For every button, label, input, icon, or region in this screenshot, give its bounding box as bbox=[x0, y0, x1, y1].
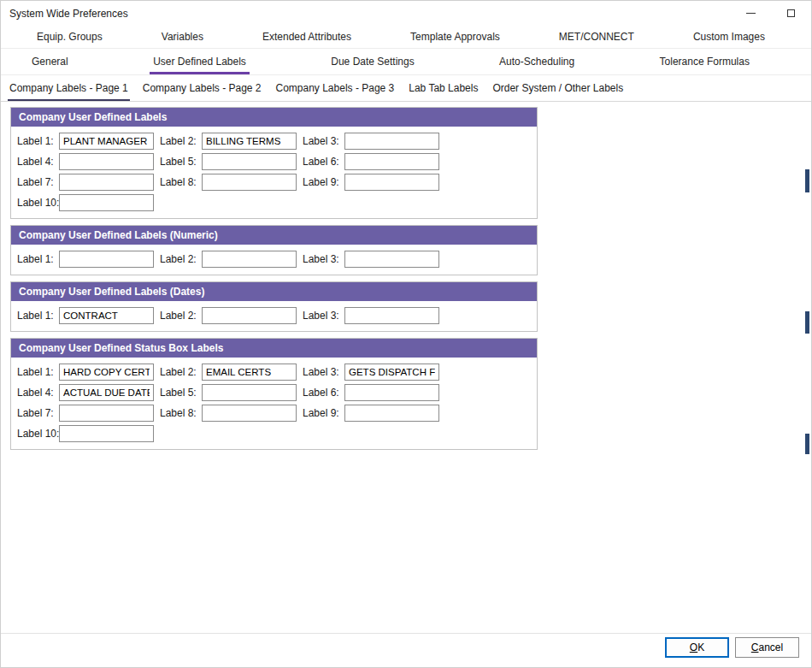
company-label-6-input[interactable] bbox=[344, 153, 439, 170]
subtab-lab-tab-labels[interactable]: Lab Tab Labels bbox=[407, 75, 480, 101]
company-label-3-input[interactable] bbox=[344, 133, 439, 150]
maximize-button[interactable] bbox=[771, 1, 811, 26]
field-row: Label 4: Label 5: Label 6: bbox=[17, 382, 537, 403]
field: Label 1: bbox=[17, 133, 160, 150]
field: Label 7: bbox=[17, 405, 160, 422]
field-label: Label 1: bbox=[17, 366, 59, 378]
cancel-button[interactable]: Cancel bbox=[735, 637, 799, 658]
field-label: Label 3: bbox=[303, 135, 344, 147]
group-body: Label 1: Label 2: Label 3: bbox=[11, 245, 537, 275]
field: Label 9: bbox=[303, 405, 445, 422]
scroll-marker bbox=[805, 169, 809, 192]
field-label: Label 7: bbox=[17, 176, 59, 188]
dates-label-3-input[interactable] bbox=[344, 307, 439, 324]
status-label-1-input[interactable] bbox=[59, 364, 154, 381]
status-label-2-input[interactable] bbox=[202, 364, 297, 381]
status-label-4-input[interactable] bbox=[59, 384, 154, 401]
status-label-10-input[interactable] bbox=[59, 425, 154, 442]
system-wide-preferences-window: System Wide Preferences Equip. Groups Va… bbox=[0, 0, 812, 668]
company-label-8-input[interactable] bbox=[202, 174, 297, 191]
company-label-4-input[interactable] bbox=[59, 153, 154, 170]
title-bar: System Wide Preferences bbox=[1, 1, 811, 26]
company-label-10-input[interactable] bbox=[59, 194, 154, 211]
numeric-label-2-input[interactable] bbox=[202, 251, 297, 268]
company-label-7-input[interactable] bbox=[59, 174, 154, 191]
subtab-order-system-other-labels[interactable]: Order System / Other Labels bbox=[491, 75, 625, 101]
field-label: Label 1: bbox=[17, 253, 59, 265]
company-label-9-input[interactable] bbox=[344, 174, 439, 191]
field: Label 6: bbox=[303, 153, 445, 170]
field-label: Label 2: bbox=[160, 135, 202, 147]
field-row: Label 10: bbox=[17, 423, 537, 444]
group-header: Company User Defined Labels bbox=[11, 108, 537, 127]
field: Label 1: bbox=[17, 307, 160, 324]
field: Label 3: bbox=[303, 133, 445, 150]
tab-custom-images[interactable]: Custom Images bbox=[688, 26, 770, 48]
tab-user-defined-labels[interactable]: User Defined Labels bbox=[148, 49, 251, 74]
tab-due-date-settings[interactable]: Due Date Settings bbox=[326, 49, 419, 74]
field-label: Label 10: bbox=[17, 428, 59, 440]
field: Label 6: bbox=[303, 384, 445, 401]
tab-row-1: Equip. Groups Variables Extended Attribu… bbox=[1, 26, 811, 49]
group-body: Label 1: Label 2: Label 3: bbox=[11, 301, 537, 331]
status-label-7-input[interactable] bbox=[59, 405, 154, 422]
field: Label 3: bbox=[303, 364, 445, 381]
field: Label 1: bbox=[17, 251, 160, 268]
tab-tolerance-formulas[interactable]: Tolerance Formulas bbox=[655, 49, 755, 74]
field-row: Label 7: Label 8: Label 9: bbox=[17, 172, 537, 192]
ok-button[interactable]: OK bbox=[665, 637, 729, 658]
company-label-1-input[interactable] bbox=[59, 133, 154, 150]
company-label-5-input[interactable] bbox=[202, 153, 297, 170]
field-label: Label 4: bbox=[17, 387, 59, 399]
dates-label-2-input[interactable] bbox=[202, 307, 297, 324]
minimize-icon bbox=[746, 13, 756, 14]
group-body: Label 1: Label 2: Label 3: Label 4: bbox=[11, 358, 537, 449]
field-row: Label 1: Label 2: Label 3: bbox=[17, 305, 537, 326]
field: Label 3: bbox=[303, 307, 445, 324]
field: Label 8: bbox=[160, 405, 303, 422]
window-controls bbox=[731, 1, 811, 26]
window-title: System Wide Preferences bbox=[9, 8, 128, 20]
scroll-marker bbox=[805, 434, 809, 454]
field-label: Label 3: bbox=[303, 310, 344, 322]
sub-tab-row: Company Labels - Page 1 Company Labels -… bbox=[1, 75, 811, 102]
tab-template-approvals[interactable]: Template Approvals bbox=[405, 26, 505, 48]
field: Label 3: bbox=[303, 251, 445, 268]
status-label-3-input[interactable] bbox=[344, 364, 439, 381]
field-label: Label 2: bbox=[160, 366, 202, 378]
subtab-company-labels-page-2[interactable]: Company Labels - Page 2 bbox=[141, 75, 263, 101]
field: Label 2: bbox=[160, 133, 303, 150]
numeric-label-3-input[interactable] bbox=[344, 251, 439, 268]
dates-label-1-input[interactable] bbox=[59, 307, 154, 324]
group-company-user-defined-status-box-labels: Company User Defined Status Box Labels L… bbox=[10, 338, 538, 450]
tab-general[interactable]: General bbox=[26, 49, 74, 74]
tab-equip-groups[interactable]: Equip. Groups bbox=[32, 26, 108, 48]
status-label-5-input[interactable] bbox=[202, 384, 297, 401]
field-label: Label 10: bbox=[17, 197, 59, 209]
field-label: Label 6: bbox=[303, 156, 344, 168]
field: Label 2: bbox=[160, 364, 303, 381]
status-label-8-input[interactable] bbox=[202, 405, 297, 422]
ok-button-label: OK bbox=[666, 641, 728, 653]
status-label-6-input[interactable] bbox=[344, 384, 439, 401]
field-label: Label 9: bbox=[303, 176, 344, 188]
group-company-user-defined-labels: Company User Defined Labels Label 1: Lab… bbox=[10, 107, 538, 219]
subtab-company-labels-page-1[interactable]: Company Labels - Page 1 bbox=[8, 75, 130, 101]
field-label: Label 2: bbox=[160, 310, 202, 322]
field-label: Label 8: bbox=[160, 176, 202, 188]
minimize-button[interactable] bbox=[731, 1, 771, 26]
field: Label 5: bbox=[160, 153, 303, 170]
tab-variables[interactable]: Variables bbox=[156, 26, 209, 48]
field-row: Label 1: Label 2: Label 3: bbox=[17, 131, 537, 151]
numeric-label-1-input[interactable] bbox=[59, 251, 154, 268]
tab-met-connect[interactable]: MET/CONNECT bbox=[554, 26, 639, 48]
status-label-9-input[interactable] bbox=[344, 405, 439, 422]
field-label: Label 8: bbox=[160, 407, 202, 419]
field: Label 5: bbox=[160, 384, 303, 401]
tab-auto-scheduling[interactable]: Auto-Scheduling bbox=[494, 49, 580, 74]
field-row: Label 1: Label 2: Label 3: bbox=[17, 362, 537, 382]
company-label-2-input[interactable] bbox=[202, 133, 297, 150]
field-label: Label 7: bbox=[17, 407, 59, 419]
tab-extended-attributes[interactable]: Extended Attributes bbox=[257, 26, 356, 48]
subtab-company-labels-page-3[interactable]: Company Labels - Page 3 bbox=[274, 75, 397, 101]
